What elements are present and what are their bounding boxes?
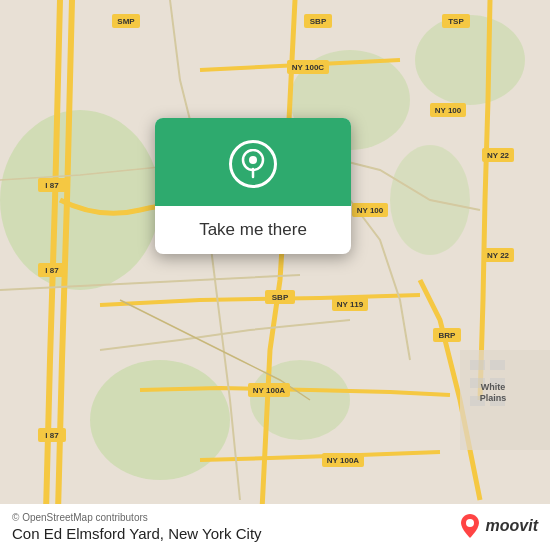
svg-text:TSP: TSP bbox=[448, 17, 464, 26]
location-icon-circle bbox=[229, 140, 277, 188]
svg-text:I 87: I 87 bbox=[45, 431, 59, 440]
map-container: SMP SBP TSP NY 100C NY 100 NY 22 NY 100 … bbox=[0, 0, 550, 550]
svg-text:NY 100: NY 100 bbox=[435, 106, 462, 115]
svg-text:Plains: Plains bbox=[480, 393, 507, 403]
svg-rect-9 bbox=[490, 360, 505, 370]
take-me-there-button[interactable]: Take me there bbox=[155, 206, 351, 254]
svg-text:NY 100C: NY 100C bbox=[292, 63, 325, 72]
moovit-brand-text: moovit bbox=[486, 517, 538, 535]
svg-point-4 bbox=[415, 15, 525, 105]
svg-text:NY 22: NY 22 bbox=[487, 151, 510, 160]
svg-text:NY 100A: NY 100A bbox=[253, 386, 286, 395]
svg-text:NY 100: NY 100 bbox=[357, 206, 384, 215]
moovit-logo: moovit bbox=[458, 512, 538, 540]
moovit-pin-icon bbox=[458, 512, 482, 540]
svg-text:I 87: I 87 bbox=[45, 181, 59, 190]
svg-text:I 87: I 87 bbox=[45, 266, 59, 275]
svg-text:SMP: SMP bbox=[117, 17, 135, 26]
popup-caret bbox=[241, 252, 265, 254]
map-background: SMP SBP TSP NY 100C NY 100 NY 22 NY 100 … bbox=[0, 0, 550, 550]
location-pin-icon bbox=[240, 149, 266, 179]
svg-text:NY 119: NY 119 bbox=[337, 300, 364, 309]
popup-card: Take me there bbox=[155, 118, 351, 254]
svg-rect-8 bbox=[470, 360, 485, 370]
svg-point-1 bbox=[0, 110, 160, 290]
svg-text:BRP: BRP bbox=[439, 331, 457, 340]
svg-text:NY 22: NY 22 bbox=[487, 251, 510, 260]
svg-text:White: White bbox=[481, 382, 506, 392]
popup-green-area bbox=[155, 118, 351, 206]
svg-text:SBP: SBP bbox=[272, 293, 289, 302]
svg-text:SBP: SBP bbox=[310, 17, 327, 26]
svg-text:NY 100A: NY 100A bbox=[327, 456, 360, 465]
svg-point-2 bbox=[90, 360, 230, 480]
svg-point-50 bbox=[466, 519, 474, 527]
svg-point-49 bbox=[249, 156, 257, 164]
